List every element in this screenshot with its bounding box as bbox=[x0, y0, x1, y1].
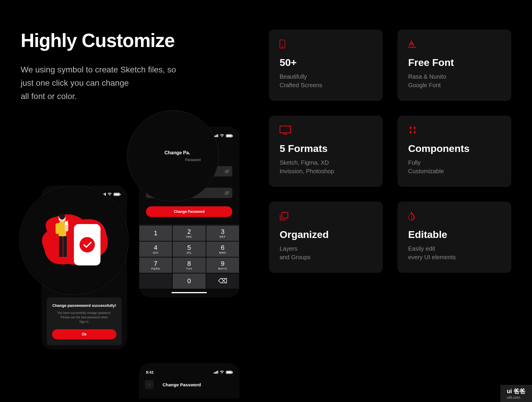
wifi-icon bbox=[220, 371, 224, 374]
keypad-key-7[interactable]: 7PQRS bbox=[139, 257, 172, 273]
keypad-key-9[interactable]: 9WXYZ bbox=[206, 257, 239, 273]
droplet-icon bbox=[408, 212, 501, 222]
modal-description: You have successfully change password. P… bbox=[52, 311, 116, 324]
svg-point-11 bbox=[65, 219, 68, 221]
phone-change-password-2: 9:41 Change Password bbox=[139, 363, 239, 398]
svg-point-5 bbox=[80, 237, 95, 252]
zoom-lens: Change Pa. Password bbox=[127, 110, 219, 202]
card-title: Editable bbox=[408, 229, 501, 240]
change-password-button[interactable]: Change Password bbox=[146, 206, 232, 217]
svg-rect-8 bbox=[56, 223, 60, 234]
keypad-key-8[interactable]: 8TUV bbox=[172, 257, 206, 273]
status-bar: 9:41 bbox=[139, 368, 239, 377]
wifi-icon bbox=[108, 193, 112, 196]
back-button[interactable] bbox=[145, 380, 154, 389]
keypad-key-empty bbox=[139, 273, 172, 289]
feature-card-editable: Editable Easily editevery UI elements bbox=[398, 202, 511, 273]
battery-icon bbox=[226, 371, 232, 374]
svg-rect-13 bbox=[63, 236, 67, 257]
zoom-label: Password bbox=[133, 158, 213, 162]
eye-off-icon[interactable] bbox=[225, 191, 229, 195]
layers-icon bbox=[280, 212, 372, 222]
font-icon bbox=[408, 40, 501, 50]
phone-mockups: 9:41 Password ••••••• Confi bbox=[21, 144, 251, 381]
eye-off-icon[interactable] bbox=[225, 169, 229, 174]
keypad-key-4[interactable]: 4GHI bbox=[139, 241, 172, 257]
components-icon bbox=[408, 126, 501, 136]
svg-rect-19 bbox=[282, 212, 288, 218]
success-modal: Change passwoword successfully! You have… bbox=[47, 297, 122, 345]
feature-card-organized: Organized Layersand Groups bbox=[269, 202, 383, 273]
status-time: 9:41 bbox=[146, 370, 154, 375]
card-title: Free Font bbox=[408, 57, 501, 68]
ok-button[interactable]: Ok bbox=[52, 329, 116, 339]
card-desc: Layersand Groups bbox=[280, 244, 372, 262]
hero-description: We using symbol to create Sketch files, … bbox=[21, 63, 251, 103]
zoom-lens-illustration bbox=[19, 186, 129, 295]
modal-title: Change passwoword successfully! bbox=[52, 303, 116, 308]
svg-rect-16 bbox=[408, 47, 416, 48]
svg-point-15 bbox=[282, 47, 283, 48]
feature-card-components: Components FullyCustomizable bbox=[398, 116, 511, 187]
hero-title: Highly Customize bbox=[21, 30, 251, 51]
feature-card-screens: 50+ BeautifullyCrafted Screens bbox=[269, 30, 383, 101]
phone-icon bbox=[280, 40, 372, 50]
keypad-key-0[interactable]: 0 bbox=[172, 273, 206, 289]
svg-rect-12 bbox=[59, 236, 63, 257]
card-desc: Easily editevery UI elements bbox=[408, 244, 501, 262]
watermark-domain: ui8.com bbox=[507, 395, 525, 400]
card-desc: FullyCustomizable bbox=[408, 158, 501, 176]
card-desc: Rasa & NunitoGoogle Font bbox=[408, 72, 501, 90]
card-desc: Sketch, Figma, XDInvission, Photoshop bbox=[280, 158, 372, 176]
signal-icon bbox=[214, 371, 218, 374]
success-illustration bbox=[35, 208, 112, 273]
keypad-key-5[interactable]: 5JKL bbox=[172, 241, 206, 257]
desktop-icon bbox=[280, 126, 372, 136]
keypad-key-6[interactable]: 6MNO bbox=[206, 241, 239, 257]
keypad-delete[interactable]: ⌫ bbox=[206, 273, 239, 289]
card-title: Components bbox=[408, 143, 501, 154]
zoom-screen-title: Change Pa. bbox=[164, 150, 190, 155]
feature-cards: 50+ BeautifullyCrafted Screens Free Font… bbox=[269, 30, 511, 381]
battery-icon bbox=[226, 134, 232, 137]
card-title: 5 Formats bbox=[280, 143, 372, 154]
feature-card-formats: 5 Formats Sketch, Figma, XDInvission, Ph… bbox=[269, 116, 383, 187]
feature-card-font: Free Font Rasa & NunitoGoogle Font bbox=[398, 30, 511, 101]
screen-title: Change Password bbox=[163, 382, 201, 387]
keypad-key-3[interactable]: 3DEF bbox=[206, 225, 239, 241]
svg-rect-17 bbox=[280, 126, 291, 133]
card-desc: BeautifullyCrafted Screens bbox=[280, 72, 372, 90]
keypad-key-2[interactable]: 2ABC bbox=[172, 225, 206, 241]
watermark: ui 爸爸 ui8.com bbox=[500, 385, 532, 402]
home-indicator bbox=[171, 292, 207, 293]
numeric-keypad: 12ABC3DEF4GHI5JKL6MNO7PQRS8TUV9WXYZ0⌫ bbox=[139, 225, 239, 289]
battery-icon bbox=[113, 193, 120, 196]
card-title: 50+ bbox=[280, 57, 372, 68]
card-title: Organized bbox=[280, 229, 372, 240]
watermark-brand: ui 爸爸 bbox=[507, 387, 525, 395]
wifi-icon bbox=[220, 134, 224, 137]
keypad-key-1[interactable]: 1 bbox=[139, 225, 172, 241]
